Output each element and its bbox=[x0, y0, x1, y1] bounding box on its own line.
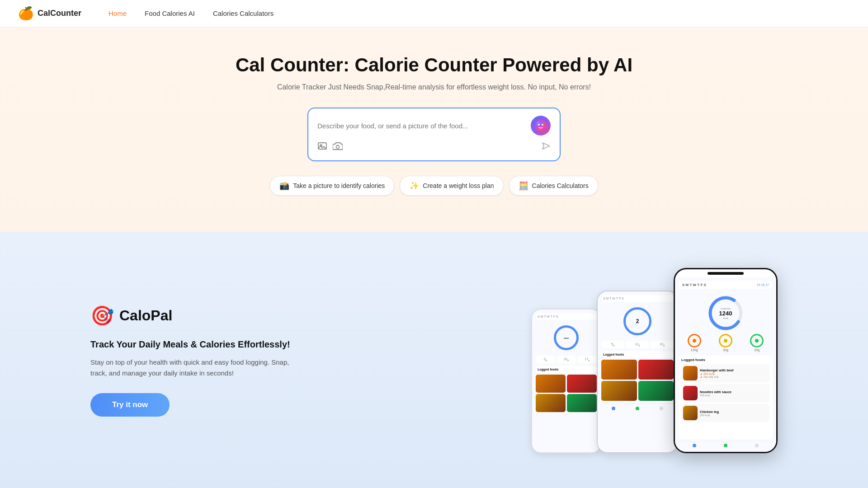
svg-point-0 bbox=[535, 120, 547, 131]
nav-links: Home Food Calories AI Calories Calculato… bbox=[108, 9, 274, 17]
calories-calculators-label: Calories Calculators bbox=[532, 182, 589, 189]
weight-loss-plan-button[interactable]: ✨ Create a weight loss plan bbox=[400, 176, 503, 196]
search-box bbox=[307, 108, 561, 161]
logo-name: CalCounter bbox=[38, 9, 81, 18]
hero-subtitle: Calorie Tracker Just Needs Snap,Real-tim… bbox=[18, 83, 850, 91]
try-now-button[interactable]: Try it now bbox=[90, 393, 170, 417]
camera-button[interactable] bbox=[333, 141, 343, 153]
weight-loss-plan-label: Create a weight loss plan bbox=[423, 182, 494, 189]
take-picture-button[interactable]: 📸 Take a picture to identify calories bbox=[270, 176, 394, 196]
nav-calculators[interactable]: Calories Calculators bbox=[213, 9, 274, 17]
phone-back-2: S M T W T F S — 3g 10g 17g Logged foods bbox=[531, 309, 601, 453]
camera-icon: 📸 bbox=[279, 181, 289, 191]
svg-point-8 bbox=[693, 339, 696, 343]
feature-title: Track Your Daily Meals & Calories Effort… bbox=[90, 339, 307, 350]
nav-food-calories[interactable]: Food Calories AI bbox=[145, 9, 195, 17]
feature-section: 🎯 CaloPal Track Your Daily Meals & Calor… bbox=[0, 232, 868, 488]
logo[interactable]: 🍊 CalCounter bbox=[18, 6, 81, 21]
feature-logo: 🎯 CaloPal bbox=[90, 305, 307, 327]
phone-main: S M T W T F S 15 16 17 Calories bbox=[674, 268, 778, 453]
ai-avatar bbox=[531, 116, 551, 136]
take-picture-label: Take a picture to identify calories bbox=[293, 182, 385, 189]
calopal-icon: 🎯 bbox=[90, 305, 114, 327]
hero-title: Cal Counter: Calorie Counter Powered by … bbox=[18, 54, 850, 76]
calories-calculators-button[interactable]: 🧮 Calories Calculators bbox=[509, 176, 598, 196]
nav-home[interactable]: Home bbox=[108, 9, 127, 17]
svg-point-10 bbox=[755, 339, 759, 343]
image-upload-button[interactable] bbox=[317, 141, 327, 153]
search-input[interactable] bbox=[317, 122, 525, 130]
phone-back-1: S M T W T F S 2 5g 12g 10g Logged foods bbox=[597, 291, 678, 453]
calculator-icon: 🧮 bbox=[519, 181, 528, 191]
logo-icon: 🍊 bbox=[18, 6, 34, 21]
svg-point-1 bbox=[538, 124, 540, 126]
feature-description: Stay on top of your health with quick an… bbox=[90, 357, 307, 379]
svg-point-5 bbox=[336, 145, 340, 149]
quick-actions: 📸 Take a picture to identify calories ✨ … bbox=[18, 176, 850, 196]
sparkle-icon: ✨ bbox=[409, 181, 419, 191]
navbar: 🍊 CalCounter Home Food Calories AI Calor… bbox=[0, 0, 868, 27]
svg-point-9 bbox=[724, 339, 727, 343]
send-button[interactable] bbox=[541, 141, 551, 153]
svg-point-2 bbox=[542, 124, 543, 126]
phones-mockup: S M T W T F S — 3g 10g 17g Logged foods bbox=[531, 268, 778, 453]
calopal-name: CaloPal bbox=[119, 307, 172, 324]
hero-section: Cal Counter: Calorie Counter Powered by … bbox=[0, 27, 868, 232]
feature-left: 🎯 CaloPal Track Your Daily Meals & Calor… bbox=[90, 305, 307, 417]
